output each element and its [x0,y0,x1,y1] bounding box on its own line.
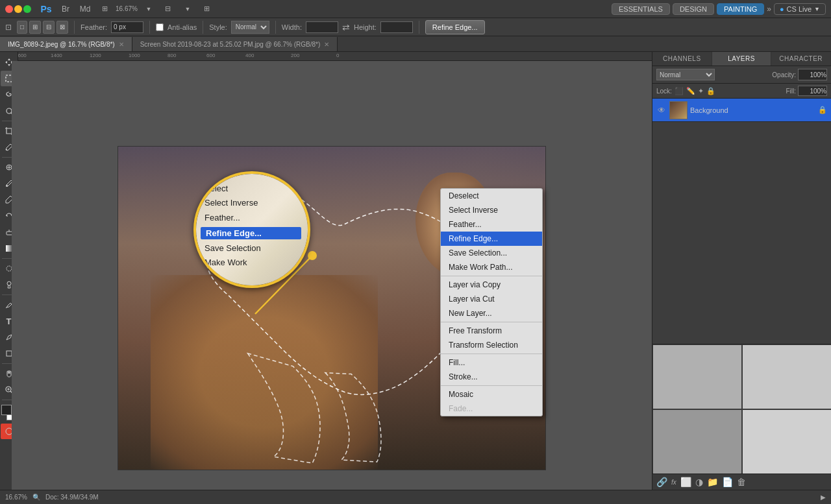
svg-point-11 [6,428,12,435]
tab-img1[interactable]: IMG_8089-2.jpeg @ 16.7% (RGB/8*) ✕ [0,37,132,51]
layer-fx-icon[interactable]: fx [671,479,676,486]
screen-mode-btn[interactable]: ⊞ [95,0,114,18]
layer-visibility-icon[interactable]: 👁 [656,105,667,115]
mag-feather: Feather... [205,213,240,222]
ctx-deselect[interactable]: Deselect [441,189,542,203]
blend-mode-select[interactable]: Normal [656,69,715,80]
painting-btn[interactable]: PAINTING [717,3,764,15]
ctx-fill[interactable]: Fill... [441,355,542,370]
preview-cell-4 [742,409,831,474]
zoom-dropdown[interactable]: ▼ [139,0,158,18]
layer-background[interactable]: 👁 Background 🔒 [652,99,831,122]
add-selection-btn[interactable]: ⊞ [29,21,41,34]
arrange-btn[interactable]: ⊟ [158,0,178,18]
ctx-layer-via-cut[interactable]: Layer via Cut [441,292,542,306]
ctx-divider-3 [441,354,542,354]
layers-blend-row: Normal Opacity: [652,66,831,84]
panel-tabs: CHANNELS LAYERS CHARACTER [652,52,831,66]
canvas-area[interactable]: Select Select Inverse Feather... Refine … [12,61,652,490]
zoom-display: 16.67% [114,5,139,12]
foreground-color[interactable] [1,405,12,415]
fill-label: Fill: [786,88,796,95]
ctx-select-inverse[interactable]: Select Inverse [441,203,542,217]
ctx-mosaic[interactable]: Mosaic [441,387,542,402]
antialias-checkbox[interactable] [156,23,164,31]
mag-select: Select [205,184,228,193]
antialias-label: Anti-alias [167,23,197,31]
tool-preset-icon[interactable]: ⊡ [4,23,13,32]
ctx-free-transform[interactable]: Free Transform [441,324,542,338]
opacity-group: Opacity: [772,69,827,80]
layer-folder-icon[interactable]: 📁 [707,477,718,487]
layer-adjustment-icon[interactable]: ◑ [695,477,703,487]
layer-name: Background [690,106,815,114]
ctx-feather[interactable]: Feather... [441,217,542,232]
divider-4 [275,21,276,34]
status-zoom-group: 16.67% [5,494,27,501]
lock-all-icon[interactable]: 🔒 [706,87,715,95]
selection-mode-group: □ ⊞ ⊟ ⊠ [17,21,68,34]
preview-cell-3 [652,409,742,474]
ctx-transform-selection[interactable]: Transform Selection [441,338,542,352]
width-input[interactable] [306,21,338,33]
panel-preview [652,344,831,474]
ctx-save-selection[interactable]: Save Selection... [441,246,542,260]
scroll-right-btn[interactable]: ▶ [821,494,826,501]
arrange-dropdown[interactable]: ▼ [178,0,197,18]
new-layer-icon[interactable]: 📄 [722,477,733,487]
preview-cell-2 [742,344,831,409]
lock-image-icon[interactable]: ✏️ [686,87,695,95]
style-select[interactable]: Normal [231,21,269,34]
layers-tab[interactable]: LAYERS [712,52,772,66]
ctx-new-layer[interactable]: New Layer... [441,306,542,320]
fill-input[interactable] [798,86,827,96]
lock-position-icon[interactable]: ✦ [698,87,704,95]
tab-img1-close[interactable]: ✕ [119,41,124,48]
tab-screenshot[interactable]: Screen Shot 2019-08-23 at 5.25.02 PM.jpg… [132,37,338,51]
new-selection-btn[interactable]: □ [17,21,27,34]
opacity-label: Opacity: [772,71,796,78]
feather-input[interactable] [111,21,143,33]
divider-1 [74,21,75,34]
mag-refine-edge: Refine Edge... [201,227,301,239]
magnify-content: Select Select Inverse Feather... Refine … [196,174,308,285]
tab-screenshot-close[interactable]: ✕ [324,41,329,48]
close-button[interactable] [5,5,13,13]
layer-lock-icon: 🔒 [818,106,827,114]
essentials-btn[interactable]: ESSENTIALS [612,3,670,15]
delete-layer-icon[interactable]: 🗑 [737,477,746,487]
intersect-selection-btn[interactable]: ⊠ [56,21,68,34]
svg-point-4 [6,185,8,187]
tab-screenshot-label: Screen Shot 2019-08-23 at 5.25.02 PM.jpg… [140,41,321,48]
options-bar: ⊡ □ ⊞ ⊟ ⊠ Feather: Anti-alias Style: Nor… [0,18,831,36]
extras-btn[interactable]: ⊞ [197,0,217,18]
tab-img1-label: IMG_8089-2.jpeg @ 16.7% (RGB/8*) [8,41,115,48]
character-tab[interactable]: CHARACTER [771,52,831,66]
cs-live-btn[interactable]: ● CS Live ▼ [774,3,826,15]
ctx-divider-1 [441,276,542,276]
lock-label: Lock: [656,88,672,95]
layers-list: 👁 Background 🔒 [652,99,831,344]
doc-size: Doc: 34.9M/34.9M [45,494,99,501]
svg-point-2 [6,149,7,150]
ctx-layer-via-copy[interactable]: Layer via Copy [441,278,542,292]
layer-mask-icon[interactable]: ⬜ [680,477,691,487]
refine-edge-btn[interactable]: Refine Edge... [425,20,485,34]
minimize-button[interactable] [14,5,22,13]
ctx-stroke[interactable]: Stroke... [441,370,542,384]
ctx-refine-edge[interactable]: Refine Edge... [441,232,542,246]
lock-transparency-icon[interactable]: ⬛ [675,87,684,95]
layer-link-icon[interactable]: 🔗 [656,477,667,487]
ctx-make-work-path[interactable]: Make Work Path... [441,260,542,274]
maximize-button[interactable] [23,5,31,13]
subtract-selection-btn[interactable]: ⊟ [43,21,55,34]
design-btn[interactable]: DESIGN [673,3,714,15]
height-input[interactable] [380,21,413,33]
opacity-input[interactable] [798,69,827,80]
channels-tab[interactable]: CHANNELS [652,52,712,66]
zoom-icon[interactable]: 🔍 [32,494,40,501]
mag-make-work: Make Work [205,258,247,267]
divider-5 [419,21,419,34]
swap-icon[interactable]: ⇄ [342,22,350,32]
more-workspaces-btn[interactable]: » [767,5,771,14]
